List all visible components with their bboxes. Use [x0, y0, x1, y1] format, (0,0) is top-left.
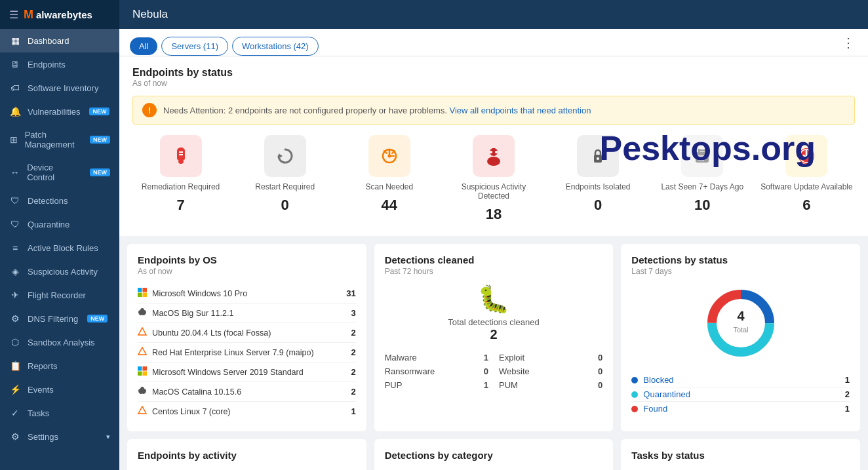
endpoints-by-os-title: Endpoints by OS: [138, 254, 356, 265]
svg-marker-5: [279, 153, 283, 159]
sidebar-item-tasks[interactable]: ✓Tasks: [0, 401, 119, 425]
sidebar-item-suspicious-activity[interactable]: ◈Suspicious Activity: [0, 260, 119, 283]
endpoints-icon: 🖥: [9, 59, 21, 69]
os-icon: [138, 347, 147, 358]
endpoints-by-os-panel: Endpoints by OS As of now Microsoft Wind…: [127, 244, 366, 431]
legend-row-quarantined: Quarantined2: [631, 387, 850, 402]
os-row: Ubuntu 20.04.4 Lts (focal Fossa)2: [138, 323, 356, 343]
sidebar-item-endpoints[interactable]: 🖥Endpoints: [0, 52, 119, 76]
legend-row-found: Found1: [631, 402, 850, 416]
alert-link[interactable]: View all endpoints that need attention: [450, 106, 591, 115]
settings-icon: ⚙: [9, 431, 21, 442]
sidebar-item-software-inventory[interactable]: 🏷Software Inventory: [0, 76, 119, 100]
status-card-label: Software Update Available: [760, 182, 853, 191]
sidebar-item-active-block-rules[interactable]: ≡Active Block Rules: [0, 236, 119, 260]
os-icon: [138, 406, 147, 417]
detection-label: Website: [499, 366, 587, 376]
detections-icon: 🛡: [9, 195, 21, 206]
sidebar-item-device-control[interactable]: ↔Device ControlNEW: [0, 156, 119, 189]
sidebar-logo: M alwarebytes: [24, 8, 92, 22]
sandbox-analysis-icon: ⬡: [9, 337, 21, 347]
os-name: Microsoft Windows 10 Pro: [152, 289, 247, 298]
svg-point-9: [387, 155, 391, 158]
topbar: Nebula: [119, 0, 868, 29]
status-card-icon: [577, 135, 619, 177]
status-card-last-seen-7+-days-ago[interactable]: Last Seen 7+ Days Ago10: [654, 135, 751, 223]
dns-filtering-icon: ⚙: [9, 313, 21, 324]
status-card-scan-needed[interactable]: Scan Needed44: [341, 135, 437, 223]
sidebar-item-label-endpoints: Endpoints: [28, 60, 66, 69]
os-name: Red Hat Enterprise Linux Server 7.9 (mai…: [152, 348, 314, 357]
donut-container: 4Total: [631, 284, 850, 362]
legend-label-text: Blocked: [643, 375, 673, 385]
svg-marker-35: [138, 406, 146, 414]
status-card-label: Last Seen 7+ Days Ago: [661, 182, 743, 191]
alert-banner: ! Needs Attention: 2 endpoints are not c…: [132, 96, 855, 125]
status-card-suspicious-activity-detected[interactable]: Suspicious Activity Detected18: [445, 135, 542, 223]
badge-patch-management: NEW: [90, 136, 110, 144]
sidebar-item-label-patch-management: Patch Management: [25, 130, 81, 149]
status-card-value: 10: [694, 197, 710, 214]
status-card-software-update-available[interactable]: Software Update Available6: [759, 135, 855, 223]
status-card-endpoints-isolated[interactable]: Endpoints Isolated0: [550, 135, 646, 223]
tab-servers-(11)[interactable]: Servers (11): [161, 37, 228, 56]
sidebar-item-quarantine[interactable]: 🛡Quarantine: [0, 212, 119, 236]
hamburger-icon[interactable]: ☰: [9, 9, 18, 21]
legend-value: 1: [845, 375, 850, 385]
tab-all[interactable]: All: [130, 37, 157, 55]
badge-device-control: NEW: [90, 168, 110, 176]
os-name: Ubuntu 20.04.4 Lts (focal Fossa): [152, 328, 271, 338]
svg-rect-31: [138, 366, 142, 371]
sidebar-item-label-active-block-rules: Active Block Rules: [28, 243, 98, 253]
legend-value: 2: [845, 389, 850, 399]
app-name: Nebula: [132, 8, 168, 21]
sidebar-item-events[interactable]: ⚡Events: [0, 378, 119, 401]
legend-label-text: Found: [643, 404, 667, 414]
content-area: AllServers (11)Workstations (42) ⋮ Peskt…: [119, 29, 868, 470]
panels-row: Endpoints by OS As of now Microsoft Wind…: [119, 236, 868, 439]
chevron-settings: ▾: [106, 433, 110, 441]
endpoints-status-subtitle: As of now: [132, 79, 855, 88]
tab-workstations-(42)[interactable]: Workstations (42): [232, 37, 319, 56]
vulnerabilities-icon: 🔔: [9, 106, 21, 117]
tasks-by-status-title: Tasks by status: [631, 450, 850, 461]
status-card-restart-required[interactable]: Restart Required0: [237, 135, 333, 223]
legend-label-text: Quarantined: [643, 389, 690, 399]
tabs-more-button[interactable]: ⋮: [839, 32, 858, 53]
sidebar-item-reports[interactable]: 📋Reports: [0, 354, 119, 378]
sidebar-item-dns-filtering[interactable]: ⚙DNS FilteringNEW: [0, 307, 119, 330]
logo-icon: M: [24, 8, 33, 22]
legend-dot: [631, 377, 638, 383]
sidebar-header: ☰ M alwarebytes: [0, 0, 119, 29]
os-row: Red Hat Enterprise Linux Server 7.9 (mai…: [138, 343, 356, 362]
bug-icon: 🐛: [477, 284, 510, 315]
os-count: 2: [351, 328, 355, 338]
sidebar-item-settings[interactable]: ⚙Settings▾: [0, 425, 119, 448]
sidebar-item-patch-management[interactable]: ⊞Patch ManagementNEW: [0, 123, 119, 156]
sidebar-item-label-suspicious-activity: Suspicious Activity: [28, 267, 98, 277]
svg-rect-26: [143, 288, 148, 292]
sidebar-item-label-flight-recorder: Flight Recorder: [28, 290, 86, 300]
svg-point-4: [178, 159, 184, 164]
os-row: Microsoft Windows Server 2019 Standard2: [138, 362, 356, 382]
sidebar-item-vulnerabilities[interactable]: 🔔VulnerabilitiesNEW: [0, 100, 119, 123]
sidebar-item-sandbox-analysis[interactable]: ⬡Sandbox Analysis: [0, 330, 119, 354]
detection-value: 1: [484, 380, 488, 390]
svg-rect-32: [143, 366, 148, 371]
reports-icon: 📋: [9, 361, 21, 371]
alert-icon: !: [142, 103, 157, 117]
status-card-label: Endpoints Isolated: [566, 182, 631, 191]
sidebar-item-detections[interactable]: 🛡Detections: [0, 189, 119, 212]
sidebar-item-label-quarantine: Quarantine: [28, 220, 69, 229]
sidebar: ☰ M alwarebytes ▦Dashboard🖥Endpoints🏷Sof…: [0, 0, 119, 470]
svg-text:4: 4: [737, 309, 745, 323]
os-icon: [138, 307, 147, 319]
status-card-remediation-required[interactable]: Remediation Required7: [132, 135, 229, 223]
alert-text: Needs Attention: 2 endpoints are not con…: [163, 106, 591, 115]
detections-by-status-panel: Detections by status Last 7 days 4Total …: [621, 244, 860, 431]
sidebar-item-flight-recorder[interactable]: ✈Flight Recorder: [0, 283, 119, 307]
endpoints-by-activity-title: Endpoints by activity: [138, 450, 356, 461]
os-count: 31: [346, 288, 355, 298]
os-name: Centos Linux 7 (core): [152, 407, 231, 416]
sidebar-item-dashboard[interactable]: ▦Dashboard: [0, 29, 119, 52]
